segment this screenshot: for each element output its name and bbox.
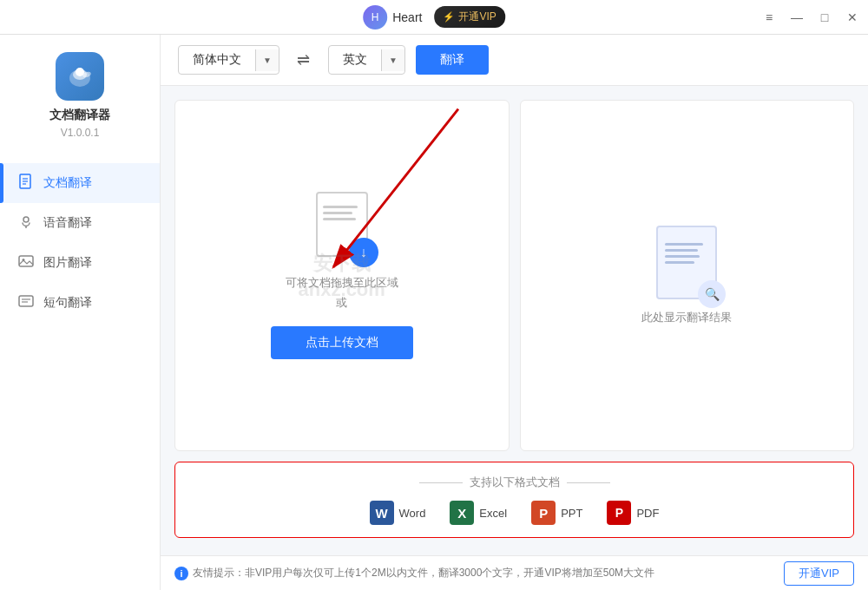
app-title: 文档翻译器: [49, 108, 110, 123]
logo-icon: [62, 59, 97, 94]
info-icon: i: [174, 567, 188, 580]
app-logo: [56, 52, 104, 101]
result-line-1: [665, 243, 703, 246]
footer-bar: i 友情提示：非VIP用户每次仅可上传1个2M以内文件，翻译3000个文字，开通…: [161, 555, 868, 590]
source-lang-arrow: ▼: [255, 49, 279, 71]
titlebar: H Heart ⚡ 开通VIP ≡ — □ ✕: [0, 0, 868, 35]
main-content: 简体中文 ▼ ⇌ 英文 ▼ 翻译: [161, 35, 868, 590]
sidebar-item-phrase[interactable]: 短句翻译: [0, 283, 160, 323]
footer-hint: i 友情提示：非VIP用户每次仅可上传1个2M以内文件，翻译3000个文字，开通…: [174, 566, 654, 580]
sidebar-item-doc[interactable]: 文档翻译: [0, 163, 160, 203]
avatar: H: [363, 5, 387, 30]
ppt-label: PPT: [561, 507, 582, 520]
content-area: ↓ 可将文档拖拽至此区域 或 点击上传文档 安下载 anxz.com: [161, 86, 868, 555]
result-line-4: [665, 261, 694, 264]
translate-button[interactable]: 翻译: [416, 45, 489, 75]
image-icon: [17, 253, 35, 272]
svg-rect-10: [19, 256, 33, 266]
lightning-icon: ⚡: [443, 11, 455, 23]
pdf-icon: P: [607, 501, 631, 525]
sidebar-doc-label: 文档翻译: [43, 175, 92, 191]
upload-hint-or: 或: [286, 292, 398, 312]
formats-title-row: 支持以下格式文档: [419, 475, 610, 490]
swap-button[interactable]: ⇌: [290, 46, 318, 74]
footer-hint-text: 友情提示：非VIP用户每次仅可上传1个2M以内文件，翻译3000个文字，开通VI…: [193, 566, 654, 580]
doc-line-3: [323, 218, 356, 220]
doc-line-2: [323, 212, 352, 214]
word-icon: W: [370, 501, 394, 525]
doc-lines: [323, 206, 361, 220]
pdf-label: PDF: [636, 507, 659, 520]
menu-button[interactable]: ≡: [760, 9, 778, 26]
formats-box: 支持以下格式文档 W Word X Excel P PPT: [174, 462, 854, 538]
format-ppt: P PPT: [531, 501, 582, 525]
footer-vip-button[interactable]: 开通VIP: [784, 561, 854, 586]
excel-icon: X: [450, 501, 474, 525]
formats-icons-row: W Word X Excel P PPT P PDF: [370, 501, 660, 525]
app-version: V1.0.0.1: [61, 127, 100, 139]
sidebar-item-image[interactable]: 图片翻译: [0, 243, 160, 283]
doc-icon: [17, 174, 35, 193]
format-excel: X Excel: [450, 501, 507, 525]
voice-icon: [17, 213, 35, 233]
vip-button[interactable]: ⚡ 开通VIP: [434, 6, 504, 28]
format-pdf: P PDF: [607, 501, 659, 525]
result-line-3: [665, 255, 700, 258]
toolbar: 简体中文 ▼ ⇌ 英文 ▼ 翻译: [161, 35, 868, 86]
result-doc-lines: [665, 243, 708, 264]
excel-label: Excel: [479, 507, 507, 520]
user-name: Heart: [392, 10, 422, 24]
formats-title-line-right: [567, 482, 610, 483]
phrase-icon: [17, 293, 35, 312]
panels-row: ↓ 可将文档拖拽至此区域 或 点击上传文档 安下载 anxz.com: [174, 100, 854, 451]
format-word: W Word: [370, 501, 426, 525]
result-panel: 🔍 此处显示翻译结果: [520, 100, 855, 451]
window-controls: ≡ — □ ✕: [760, 9, 861, 26]
upload-hint-line1: 可将文档拖拽至此区域: [286, 272, 398, 292]
target-lang-select[interactable]: 英文 ▼: [328, 45, 405, 75]
sidebar-voice-label: 语音翻译: [43, 215, 92, 231]
source-lang-text: 简体中文: [179, 46, 255, 74]
app-body: 文档翻译器 V1.0.0.1 文档翻译 语音翻译 图片翻译: [0, 35, 868, 590]
ppt-icon: P: [531, 501, 556, 525]
download-badge: ↓: [349, 238, 378, 267]
maximize-button[interactable]: □: [816, 9, 833, 26]
sidebar-phrase-label: 短句翻译: [43, 295, 92, 311]
nav-items: 文档翻译 语音翻译 图片翻译 短句翻译: [0, 163, 160, 323]
result-hint: 此处显示翻译结果: [641, 310, 732, 325]
svg-point-8: [23, 217, 29, 222]
target-lang-arrow: ▼: [381, 49, 404, 71]
sidebar-item-voice[interactable]: 语音翻译: [0, 203, 160, 243]
upload-area: ↓ 可将文档拖拽至此区域 或 点击上传文档: [175, 101, 509, 450]
close-button[interactable]: ✕: [844, 9, 861, 26]
upload-panel: ↓ 可将文档拖拽至此区域 或 点击上传文档 安下载 anxz.com: [174, 100, 510, 451]
word-label: Word: [399, 507, 426, 520]
minimize-button[interactable]: —: [788, 9, 806, 26]
vip-btn-label: 开通VIP: [458, 10, 496, 24]
formats-title: 支持以下格式文档: [470, 475, 560, 490]
upload-button[interactable]: 点击上传文档: [271, 326, 413, 359]
search-badge: 🔍: [698, 280, 726, 308]
result-line-2: [665, 249, 698, 252]
target-lang-text: 英文: [329, 46, 381, 74]
source-lang-select[interactable]: 简体中文 ▼: [178, 45, 279, 75]
svg-rect-12: [19, 296, 33, 306]
sidebar: 文档翻译器 V1.0.0.1 文档翻译 语音翻译 图片翻译: [0, 35, 161, 590]
doc-line-1: [323, 206, 358, 208]
upload-hint: 可将文档拖拽至此区域 或: [286, 272, 398, 313]
user-info: H Heart ⚡ 开通VIP: [363, 5, 505, 30]
sidebar-image-label: 图片翻译: [43, 255, 92, 271]
doc-icon-wrapper: ↓: [316, 192, 368, 257]
formats-title-line-left: [419, 482, 463, 483]
result-doc-icon: 🔍: [656, 226, 717, 299]
